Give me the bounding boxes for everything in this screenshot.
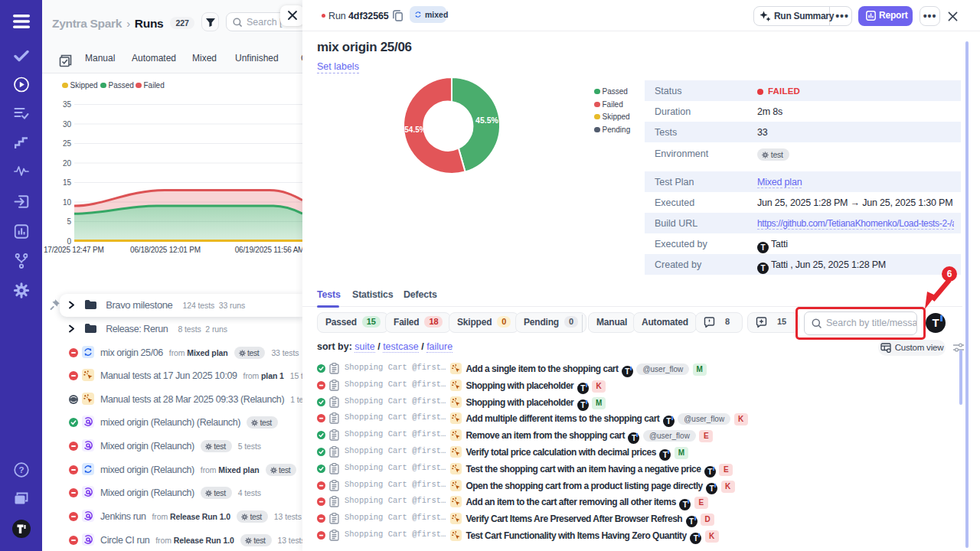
svg-text:?: ? — [18, 465, 24, 474]
svg-text:54.5%: 54.5% — [404, 126, 426, 134]
svg-text:5: 5 — [67, 217, 71, 226]
svg-text:06/18/2025 12:01 PM: 06/18/2025 12:01 PM — [130, 246, 201, 254]
svg-text:30: 30 — [63, 120, 72, 129]
svg-text:45.5%: 45.5% — [475, 116, 498, 125]
svg-text:10: 10 — [63, 198, 72, 207]
svg-text:35: 35 — [63, 100, 72, 109]
svg-text:20: 20 — [63, 159, 72, 168]
svg-text:25: 25 — [63, 139, 72, 148]
svg-text:0: 0 — [67, 237, 71, 246]
svg-text:15: 15 — [63, 178, 72, 187]
svg-text:17/2025 12:47 PM: 17/2025 12:47 PM — [44, 246, 104, 254]
svg-text:06/19/2025 11:56 AM: 06/19/2025 11:56 AM — [235, 246, 302, 254]
